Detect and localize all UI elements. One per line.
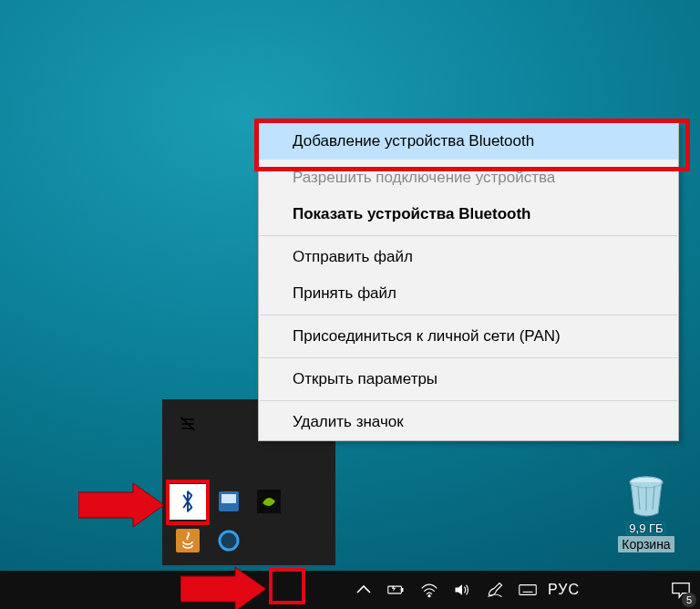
battery-icon[interactable] (380, 571, 413, 609)
language-indicator[interactable]: РУС (544, 582, 589, 598)
menu-open-settings[interactable]: Открыть параметры (259, 361, 678, 397)
touch-keyboard-icon[interactable] (511, 571, 544, 609)
menu-receive-file[interactable]: Принять файл (259, 275, 678, 312)
chevron-up-icon (355, 581, 373, 599)
menu-separator (260, 315, 677, 315)
menu-remove-icon[interactable]: Удалить значок (259, 404, 678, 440)
wifi-icon[interactable] (413, 571, 446, 609)
menu-join-pan[interactable]: Присоединиться к личной сети (PAN) (259, 318, 678, 355)
notification-badge: 5 (682, 593, 696, 607)
tray-icon-app1[interactable] (211, 484, 248, 520)
taskbar: РУС 5 (0, 571, 700, 609)
pen-input-icon[interactable] (479, 571, 511, 609)
svg-rect-6 (176, 529, 200, 552)
menu-add-device[interactable]: Добавление устройства Bluetooth (259, 123, 678, 160)
recycle-bin-icon (623, 471, 670, 519)
tray-icon-java[interactable] (170, 523, 207, 559)
svg-rect-4 (221, 494, 236, 503)
tray-icon-unknown[interactable] (170, 407, 207, 442)
tray-icon-nvidia[interactable] (251, 484, 288, 520)
volume-icon[interactable] (446, 571, 479, 609)
menu-separator (260, 400, 677, 401)
svg-rect-12 (520, 585, 536, 595)
recycle-bin-label: Корзина (618, 536, 674, 552)
svg-point-11 (428, 595, 430, 597)
bluetooth-context-menu: Добавление устройства Bluetooth Разрешит… (258, 122, 679, 441)
svg-point-8 (220, 532, 238, 550)
show-hidden-icons-button[interactable] (347, 571, 380, 609)
recycle-bin-size: 9,9 ГБ (626, 521, 665, 535)
menu-allow-connect: Разрешить подключение устройства (259, 160, 678, 196)
tray-icon-cortana[interactable] (211, 523, 248, 559)
svg-rect-10 (401, 588, 403, 591)
action-center-button[interactable]: 5 (662, 571, 700, 609)
menu-separator (260, 235, 677, 236)
recycle-bin[interactable]: 9,9 ГБ Корзина (605, 471, 687, 552)
bluetooth-tray-icon[interactable] (170, 484, 207, 520)
menu-send-file[interactable]: Отправить файл (259, 239, 678, 275)
menu-show-devices[interactable]: Показать устройства Bluetooth (259, 196, 678, 232)
menu-separator (260, 357, 677, 358)
svg-rect-9 (388, 586, 402, 594)
